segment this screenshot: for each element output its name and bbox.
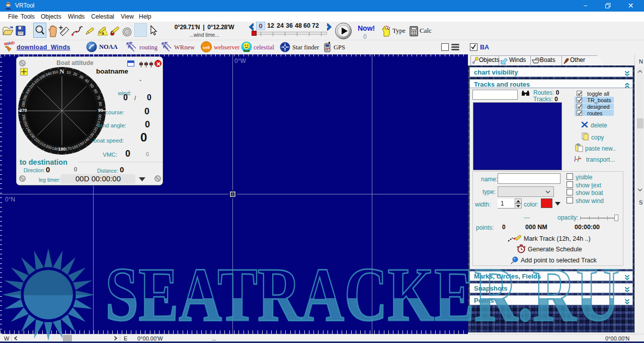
svg-text:80: 80 (98, 102, 103, 107)
svg-text:10: 10 (66, 70, 71, 75)
svg-text:N: N (59, 67, 64, 75)
svg-text:A: A (102, 32, 104, 35)
svg-text:180: 180 (58, 147, 65, 152)
svg-text:web: web (203, 45, 210, 50)
